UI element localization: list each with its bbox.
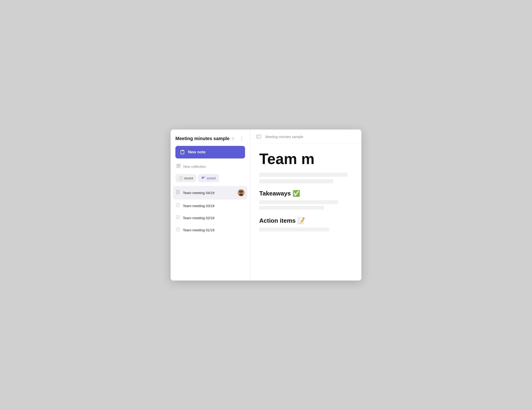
- clock-icon: 🕐: [179, 176, 183, 180]
- note-item-left-2: Team meeting 02/19: [176, 215, 215, 220]
- svg-rect-5: [177, 166, 178, 168]
- note-item-3[interactable]: Team meeting 01/19: [173, 224, 247, 236]
- right-panel: Meeting minutes sample Team m Takeaways …: [250, 130, 361, 280]
- sort-icon: [201, 176, 205, 180]
- filter-recent-button[interactable]: 🕐 recent: [175, 174, 196, 182]
- note-item-left-1: Team meeting 03/19: [176, 203, 215, 208]
- header-icons: ☆ ⋮: [230, 135, 245, 142]
- note-title-2: Team meeting 02/19: [183, 216, 215, 220]
- collection-icon: [176, 164, 181, 169]
- note-item-0[interactable]: Team meeting 04/19: [173, 186, 247, 200]
- left-panel-title: Meeting minutes sample: [175, 136, 229, 141]
- action-items-text: Action items: [259, 217, 295, 224]
- new-collection-button[interactable]: New collection: [175, 162, 245, 171]
- left-panel: Meeting minutes sample ☆ ⋮ New note: [171, 130, 250, 280]
- note-item-left-3: Team meeting 01/19: [176, 227, 215, 232]
- takeaways-block-1: [259, 200, 338, 204]
- section-takeaways: Takeaways ✅: [259, 190, 352, 197]
- content-block-2: [259, 179, 333, 183]
- document-title: Team m: [259, 151, 352, 167]
- right-header: Meeting minutes sample: [250, 130, 361, 144]
- note-title-3: Team meeting 01/19: [183, 228, 215, 232]
- star-icon[interactable]: ☆: [230, 135, 236, 142]
- app-window: Meeting minutes sample ☆ ⋮ New note: [171, 129, 361, 281]
- svg-rect-32: [257, 135, 261, 138]
- note-title-1: Team meeting 03/19: [183, 204, 215, 208]
- right-content: Team m Takeaways ✅ Action items 📝: [250, 144, 361, 280]
- svg-point-18: [239, 190, 241, 193]
- note-doc-icon-2: [176, 215, 180, 220]
- note-doc-icon-3: [176, 227, 180, 232]
- new-note-icon: [180, 150, 185, 155]
- action-items-emoji: 📝: [297, 217, 305, 224]
- svg-point-17: [239, 193, 243, 196]
- note-doc-icon-0: [176, 190, 180, 195]
- note-doc-icon-1: [176, 203, 180, 208]
- note-item-1[interactable]: Team meeting 03/19: [173, 200, 247, 211]
- takeaways-block-2: [259, 206, 324, 210]
- new-collection-label: New collection: [183, 164, 206, 168]
- filter-sorted-button[interactable]: sorted: [198, 174, 219, 182]
- filter-recent-label: recent: [184, 176, 193, 180]
- right-panel-title: Meeting minutes sample: [265, 135, 303, 139]
- note-item-2[interactable]: Team meeting 02/19: [173, 212, 247, 224]
- svg-rect-3: [177, 164, 178, 166]
- svg-rect-4: [179, 164, 180, 166]
- new-note-button[interactable]: New note: [175, 146, 245, 158]
- note-avatar-0: [238, 189, 245, 196]
- left-header: Meeting minutes sample ☆ ⋮: [171, 130, 250, 146]
- action-items-block-1: [259, 228, 329, 231]
- note-item-left-0: Team meeting 04/19: [176, 190, 215, 195]
- expand-icon[interactable]: [256, 133, 262, 140]
- filter-row: 🕐 recent sorted: [175, 174, 245, 182]
- note-title-0: Team meeting 04/19: [183, 191, 215, 195]
- takeaways-emoji: ✅: [293, 190, 300, 197]
- notes-list: Team meeting 04/19: [171, 186, 250, 280]
- section-action-items: Action items 📝: [259, 217, 352, 224]
- new-note-label: New note: [188, 150, 206, 155]
- takeaways-text: Takeaways: [259, 190, 291, 197]
- filter-sorted-label: sorted: [207, 176, 216, 180]
- svg-point-19: [241, 190, 243, 193]
- content-block-1: [259, 173, 347, 177]
- more-options-icon[interactable]: ⋮: [238, 135, 245, 142]
